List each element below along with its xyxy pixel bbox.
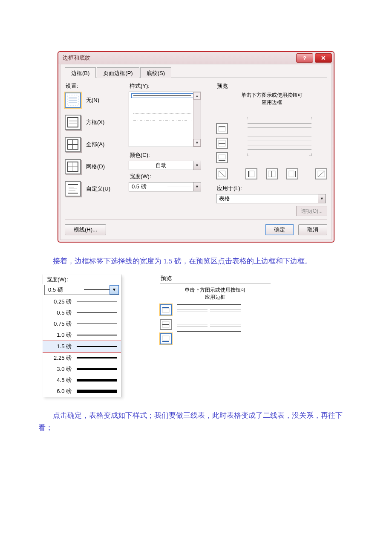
tab-borders[interactable]: 边框(B) — [65, 67, 96, 78]
tab-page-borders[interactable]: 页面边框(P) — [97, 67, 139, 78]
style-column: 样式(Y): ▲ ▼ 颜色(C): — [129, 81, 208, 216]
width-option-60[interactable]: 6.0 磅 — [43, 386, 121, 397]
chevron-down-icon[interactable]: ▼ — [110, 285, 119, 295]
figure-width-and-preview: 宽度(W): 0.5 磅 ▼ 0.25 磅 0.5 磅 0.75 磅 1.0 磅… — [43, 275, 349, 397]
svg-rect-21 — [219, 127, 225, 131]
question-icon: ? — [303, 55, 306, 61]
apply-to-dropdown[interactable]: 表格 ▼ — [216, 194, 326, 203]
border-hmid-button[interactable] — [160, 319, 172, 330]
width-option-10[interactable]: 1.0 磅 — [43, 330, 121, 341]
paragraph-1: 接着，边框标签下选择线的宽度为 1.5 磅，在预览区点击表格的上边框和下边框。 — [38, 255, 354, 268]
border-vmid-button[interactable] — [266, 168, 278, 179]
width-dd-label: 宽度(W): — [43, 275, 121, 284]
preview2-hint-line1: 单击下方图示或使用按钮可 — [184, 287, 246, 293]
preview-bottom-buttons — [216, 168, 327, 179]
width-label: 宽度(W): — [130, 173, 208, 180]
width-option-05[interactable]: 0.5 磅 — [43, 307, 121, 318]
width-option-30[interactable]: 3.0 磅 — [43, 364, 121, 375]
preview-label: 预览 — [217, 82, 327, 90]
border-top-button[interactable] — [160, 304, 172, 315]
tab-strip: 边框(B) 页面边框(P) 底纹(S) — [65, 67, 327, 78]
svg-line-35 — [318, 171, 325, 177]
border-bottom-button[interactable] — [216, 152, 228, 163]
preview2-table[interactable] — [177, 304, 241, 332]
dialog-titlebar[interactable]: 边框和底纹 ? ✕ — [58, 52, 334, 64]
settings-label: 设置: — [66, 82, 129, 90]
width-sample-line — [167, 187, 191, 187]
paragraph-2: 点击确定，表格变成如下样式；我们要做三线表，此时表格变成了二线表，没关系，再往下… — [38, 410, 354, 434]
width-value: 0.5 磅 — [129, 183, 167, 191]
width-dd-current-sample — [84, 289, 110, 290]
setting-custom-icon[interactable] — [65, 181, 81, 197]
border-hmid-button[interactable] — [216, 138, 228, 149]
color-label: 颜色(C): — [130, 151, 208, 159]
style-option-dotted[interactable] — [133, 113, 191, 113]
dialog-title: 边框和底纹 — [63, 54, 296, 62]
width-option-075[interactable]: 0.75 磅 — [43, 318, 121, 330]
scroll-down-icon[interactable]: ▼ — [193, 139, 201, 147]
style-listbox[interactable]: ▲ ▼ — [129, 92, 201, 147]
preview-panel-2: 预览 单击下方图示或使用按钮可 应用边框 — [160, 275, 271, 344]
border-bottom-button[interactable] — [160, 333, 172, 344]
width-dropdown[interactable]: 0.5 磅 ▼ — [129, 182, 201, 191]
preview2-hint: 单击下方图示或使用按钮可 应用边框 — [160, 286, 271, 301]
ok-button[interactable]: 确定 — [265, 224, 294, 235]
settings-column: 设置: 无(N) 方框(X) — [65, 81, 129, 216]
color-value: 自动 — [129, 162, 193, 169]
preview2-hint-line2: 应用边框 — [205, 294, 225, 300]
setting-box-row: 方框(X) — [65, 115, 129, 130]
tab-shading[interactable]: 底纹(S) — [140, 67, 171, 78]
setting-box-label: 方框(X) — [86, 119, 104, 126]
width-dropdown-expanded: 宽度(W): 0.5 磅 ▼ 0.25 磅 0.5 磅 0.75 磅 1.0 磅… — [43, 275, 121, 397]
help-button[interactable]: ? — [296, 53, 313, 63]
setting-none-row: 无(N) — [65, 92, 129, 108]
setting-grid-icon[interactable] — [65, 159, 81, 174]
cancel-button[interactable]: 取消 — [298, 224, 327, 235]
preview-canvas[interactable] — [231, 110, 327, 163]
scroll-track[interactable] — [193, 100, 201, 139]
svg-rect-32 — [289, 171, 294, 177]
preview-side-buttons — [216, 123, 231, 163]
width-option-025[interactable]: 0.25 磅 — [43, 296, 121, 307]
close-icon: ✕ — [321, 55, 326, 61]
horizontal-line-button[interactable]: 横线(H)... — [65, 224, 106, 235]
setting-all-icon[interactable] — [65, 137, 81, 152]
options-button[interactable]: 选项(O)... — [296, 206, 327, 216]
preview-hint-line2: 应用边框 — [262, 99, 282, 105]
setting-grid-row: 网格(D) — [65, 159, 129, 174]
scroll-up-icon[interactable]: ▲ — [193, 92, 201, 100]
border-diag-down-button[interactable] — [216, 168, 228, 179]
color-dropdown[interactable]: 自动 ▼ — [129, 161, 201, 170]
dialog-footer: 横线(H)... 确定 取消 — [65, 220, 327, 235]
style-scrollbar[interactable]: ▲ ▼ — [193, 92, 201, 147]
width-dd-current-value: 0.5 磅 — [45, 285, 84, 295]
apply-to-value: 表格 — [216, 195, 318, 202]
width-option-45[interactable]: 4.5 磅 — [43, 375, 121, 386]
preview-hint-line1: 单击下方图示或使用按钮可 — [241, 92, 303, 98]
border-left-button[interactable] — [245, 168, 257, 179]
style-option-dashed[interactable] — [133, 117, 191, 117]
style-option-dashdot[interactable] — [133, 121, 191, 121]
setting-custom-row: 自定义(U) — [65, 181, 129, 197]
chevron-down-icon[interactable]: ▼ — [193, 182, 201, 191]
svg-rect-37 — [162, 308, 169, 312]
style-option-solid[interactable] — [133, 95, 191, 96]
width-option-225[interactable]: 2.25 磅 — [43, 353, 121, 364]
setting-grid-label: 网格(D) — [86, 163, 105, 171]
width-dd-current[interactable]: 0.5 磅 ▼ — [44, 285, 119, 295]
border-diag-up-button[interactable] — [315, 168, 327, 179]
svg-rect-24 — [219, 155, 225, 159]
borders-and-shading-dialog: 边框和底纹 ? ✕ 边框(B) 页面边框(P) 底纹(S) 设置: — [58, 51, 334, 243]
preview2-label: 预览 — [160, 275, 271, 284]
chevron-down-icon[interactable]: ▼ — [318, 194, 326, 203]
svg-rect-29 — [249, 171, 254, 177]
setting-custom-label: 自定义(U) — [86, 185, 110, 193]
setting-box-icon[interactable] — [65, 115, 81, 130]
svg-rect-5 — [68, 118, 78, 127]
border-top-button[interactable] — [216, 123, 228, 134]
close-button[interactable]: ✕ — [315, 53, 332, 63]
setting-none-icon[interactable] — [65, 92, 81, 108]
width-option-15[interactable]: 1.5 磅 — [43, 341, 121, 353]
chevron-down-icon[interactable]: ▼ — [193, 161, 201, 170]
border-right-button[interactable] — [286, 168, 298, 179]
